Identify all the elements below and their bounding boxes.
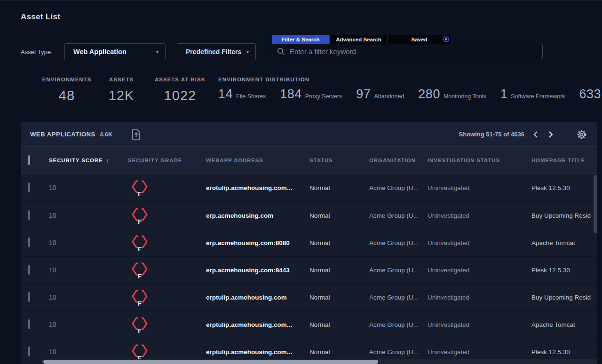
table-count-badge: 4.6K bbox=[100, 131, 112, 138]
table-header-row: SECURITY SCORE↓ SECURITY GRADE WEBAPP AD… bbox=[21, 147, 597, 174]
row-checkbox[interactable] bbox=[28, 292, 30, 302]
gear-icon bbox=[577, 129, 587, 140]
cell-webapp-address[interactable]: erp.acmehousing.com:8080 bbox=[206, 239, 309, 246]
web-applications-table: WEB APPLICATIONS 4.6K Showing 51-75 of 4… bbox=[21, 122, 597, 364]
asset-type-dropdown[interactable]: Web Application ▾ bbox=[64, 43, 166, 60]
row-checkbox[interactable] bbox=[28, 182, 30, 192]
export-button[interactable] bbox=[130, 127, 143, 142]
grade-letter: F bbox=[132, 215, 148, 229]
distribution-item: 14 File Shares bbox=[218, 87, 266, 102]
column-header-security-grade[interactable]: SECURITY GRADE bbox=[128, 158, 206, 163]
column-header-status[interactable]: STATUS bbox=[309, 158, 369, 163]
table-row[interactable]: 10 F erptulip.acmehousing.com... Normal … bbox=[21, 310, 597, 338]
summary-stat-value: 12K bbox=[94, 88, 149, 103]
cell-investigation-status: Uninvestigated bbox=[428, 321, 531, 328]
cell-investigation-status: Uninvestigated bbox=[428, 212, 531, 219]
column-header-investigation-status[interactable]: INVESTIGATION STATUS bbox=[428, 158, 531, 163]
select-all-checkbox[interactable] bbox=[28, 155, 30, 165]
next-page-button[interactable] bbox=[547, 129, 555, 140]
summary-stat-value: 1022 bbox=[149, 88, 212, 103]
cell-homepage-title: Buy Upcoming Resid bbox=[531, 212, 597, 219]
cell-security-score: 10 bbox=[49, 212, 128, 219]
column-header-webapp-address[interactable]: WEBAPP ADDRESS bbox=[206, 158, 309, 163]
row-checkbox[interactable] bbox=[28, 210, 30, 220]
cell-webapp-address[interactable]: erptulip.acmehousing.com bbox=[206, 294, 309, 301]
chevron-down-icon: ▾ bbox=[156, 49, 158, 55]
cell-security-score: 10 bbox=[49, 184, 128, 191]
row-checkbox[interactable] bbox=[28, 319, 30, 329]
tab-saved-label: Saved bbox=[412, 37, 428, 42]
summary-stat-label: ASSETS bbox=[94, 77, 149, 82]
grade-letter: F bbox=[132, 187, 148, 201]
cell-webapp-address[interactable]: erptulip.acmehousing.com... bbox=[206, 321, 309, 328]
distribution-item: 280 Monitoring Tools bbox=[418, 87, 486, 102]
table-row[interactable]: 10 F erotulip.acmehousing.com... Normal … bbox=[21, 174, 597, 201]
radio-selected-icon[interactable] bbox=[443, 36, 449, 42]
summary-stats: ENVIRONMENTS 48 ASSETS 12K ASSETS AT RIS… bbox=[40, 74, 212, 103]
distribution-item: 184 Proxy Servers bbox=[280, 87, 342, 102]
cell-status: Normal bbox=[309, 294, 369, 301]
row-checkbox[interactable] bbox=[28, 265, 30, 275]
table-row[interactable]: 10 F erptulip.acmehousing.com Normal Acm… bbox=[21, 283, 597, 310]
cell-investigation-status: Uninvestigated bbox=[428, 348, 531, 356]
chevron-right-icon bbox=[548, 131, 554, 138]
distribution-value: 280 bbox=[418, 87, 440, 102]
asset-type-value: Web Application bbox=[73, 48, 127, 55]
distribution-label: ENVIRONMENT DISTRIBUTION bbox=[218, 77, 602, 82]
table-row[interactable]: 10 F erp.acmehousing.com:8443 Normal Acm… bbox=[21, 256, 597, 283]
cell-status: Normal bbox=[309, 267, 369, 274]
grade-letter: F bbox=[132, 324, 148, 338]
distribution-name: Software Framework bbox=[511, 93, 565, 100]
previous-page-button[interactable] bbox=[531, 129, 540, 140]
summary-stat-label: ASSETS AT RISK bbox=[149, 77, 212, 82]
column-header-homepage-title[interactable]: HOMEPAGE TITLE bbox=[531, 158, 597, 163]
column-header-organization[interactable]: ORGANIZATION bbox=[369, 158, 428, 163]
cell-webapp-address[interactable]: erptulip.acmehousing.com... bbox=[206, 348, 309, 356]
distribution-name: File Shares bbox=[236, 93, 266, 100]
predefined-filters-dropdown[interactable]: Predefined Filters ▾ bbox=[177, 43, 256, 60]
horizontal-scrollbar-track[interactable] bbox=[41, 359, 597, 364]
filter-keyword-input[interactable] bbox=[290, 47, 538, 55]
cell-status: Normal bbox=[309, 212, 369, 219]
predefined-filters-label: Predefined Filters bbox=[186, 48, 241, 55]
distribution-value: 1 bbox=[500, 87, 508, 102]
filter-search-box bbox=[272, 44, 543, 59]
cell-homepage-title: Buy Upcoming Resid bbox=[531, 294, 597, 301]
cell-organization: Acme Group (U... bbox=[369, 348, 428, 356]
cell-investigation-status: Uninvestigated bbox=[428, 184, 531, 191]
page-title: Asset List bbox=[21, 12, 60, 22]
distribution-name: Proxy Servers bbox=[305, 93, 342, 100]
cell-homepage-title: Plesk 12.5.30 bbox=[531, 267, 597, 274]
table-settings-button[interactable] bbox=[575, 127, 589, 142]
cell-webapp-address[interactable]: erp.acmehousing.com bbox=[206, 212, 309, 219]
asset-type-label: Asset Type: bbox=[21, 48, 53, 55]
row-checkbox[interactable] bbox=[28, 237, 30, 247]
row-checkbox[interactable] bbox=[28, 347, 30, 356]
chevron-left-icon bbox=[533, 131, 538, 138]
cell-webapp-address[interactable]: erotulip.acmehousing.com... bbox=[206, 184, 309, 191]
table-toolbar: WEB APPLICATIONS 4.6K Showing 51-75 of 4… bbox=[21, 122, 597, 147]
grade-letter: F bbox=[132, 269, 148, 284]
tab-filter-search[interactable]: Filter & Search bbox=[272, 35, 329, 44]
cell-webapp-address[interactable]: erp.acmehousing.com:8443 bbox=[206, 267, 309, 274]
grade-f-hexagon-icon: F bbox=[132, 269, 148, 277]
distribution-value: 633 bbox=[579, 87, 602, 102]
tab-advanced-search[interactable]: Advanced Search bbox=[329, 35, 388, 44]
cell-organization: Acme Group (U... bbox=[369, 184, 428, 191]
tab-saved[interactable]: Saved bbox=[388, 35, 451, 44]
horizontal-scrollbar-thumb[interactable] bbox=[43, 360, 378, 364]
cell-status: Normal bbox=[309, 321, 369, 328]
cell-organization: Acme Group (U... bbox=[369, 212, 428, 219]
cell-homepage-title: Plesk 12.5.30 bbox=[531, 348, 597, 356]
filter-bar: Asset Type: Web Application ▾ Predefined… bbox=[0, 35, 602, 60]
table-row[interactable]: 10 F erp.acmehousing.com:8080 Normal Acm… bbox=[21, 229, 597, 256]
distribution-item: 633 bbox=[579, 87, 602, 102]
distribution-value: 184 bbox=[280, 87, 302, 102]
table-row[interactable]: 10 F erp.acmehousing.com Normal Acme Gro… bbox=[21, 201, 597, 229]
distribution-items: 14 File Shares 184 Proxy Servers 97 Aban… bbox=[218, 87, 602, 102]
column-header-security-score[interactable]: SECURITY SCORE↓ bbox=[49, 157, 128, 164]
vertical-scrollbar[interactable] bbox=[594, 175, 597, 233]
cell-status: Normal bbox=[309, 184, 369, 191]
distribution-name: Monitoring Tools bbox=[444, 93, 486, 100]
grade-f-hexagon-icon: F bbox=[132, 242, 148, 250]
